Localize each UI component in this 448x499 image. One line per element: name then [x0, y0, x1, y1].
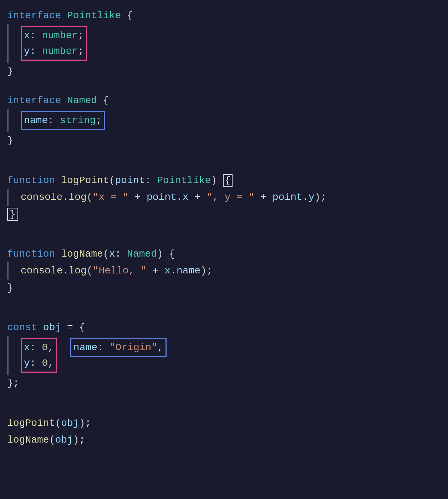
- type-pointlike: Pointlike: [67, 10, 121, 21]
- call-logname: logName: [7, 434, 49, 445]
- keyword-const: const: [7, 322, 43, 333]
- highlight-xy-pink: x: number; y: number;: [21, 26, 87, 61]
- line-interface-pointlike: interface Pointlike {: [7, 7, 441, 24]
- line-close-logname: }: [7, 279, 441, 296]
- gutter-bar4: [7, 262, 9, 279]
- line-function-logname: function logName(x: Named) {: [7, 246, 441, 262]
- highlight-name-obj-blue: name: "Origin",: [70, 338, 167, 357]
- line-close-logpoint: }: [7, 206, 441, 223]
- gutter-bar5: [7, 336, 9, 375]
- code-editor: interface Pointlike { x: number; y: numb…: [0, 4, 448, 453]
- highlight-name-blue: name: string;: [21, 111, 105, 130]
- var-obj: obj: [43, 322, 61, 333]
- interface-named-block: interface Named { name: string; }: [7, 92, 441, 149]
- function-calls-block: logPoint(obj); logName(obj);: [7, 415, 441, 449]
- func-logpoint: logPoint: [61, 175, 109, 186]
- keyword-interface2: interface: [7, 95, 67, 106]
- line-function-logpoint: function logPoint(point: Pointlike) {: [7, 172, 441, 189]
- keyword-function: function: [7, 175, 61, 186]
- line-close-pointlike: }: [7, 63, 441, 80]
- type-named: Named: [67, 95, 97, 106]
- gutter-bar3: [7, 189, 9, 206]
- keyword-interface: interface: [7, 10, 67, 21]
- func-logname: logName: [61, 248, 103, 259]
- gutter-bar2: [7, 109, 9, 132]
- line-const-obj: const obj = {: [7, 319, 441, 336]
- interface-pointlike-block: interface Pointlike { x: number; y: numb…: [7, 7, 441, 80]
- highlight-xy-obj-pink: x: 0, y: 0,: [21, 338, 57, 373]
- keyword-function2: function: [7, 248, 61, 259]
- line-logpoint-call: logPoint(obj);: [7, 415, 441, 432]
- line-close-obj: };: [7, 375, 441, 392]
- gutter-bar: [7, 24, 9, 63]
- function-logname-block: function logName(x: Named) { console.log…: [7, 246, 441, 296]
- line-interface-named: interface Named {: [7, 92, 441, 109]
- function-logpoint-block: function logPoint(point: Pointlike) { co…: [7, 172, 441, 223]
- line-logname-call: logName(obj);: [7, 432, 441, 448]
- call-logpoint: logPoint: [7, 418, 55, 429]
- const-obj-block: const obj = { x: 0, y: 0, name: "Origin"…: [7, 319, 441, 392]
- line-close-named: }: [7, 132, 441, 149]
